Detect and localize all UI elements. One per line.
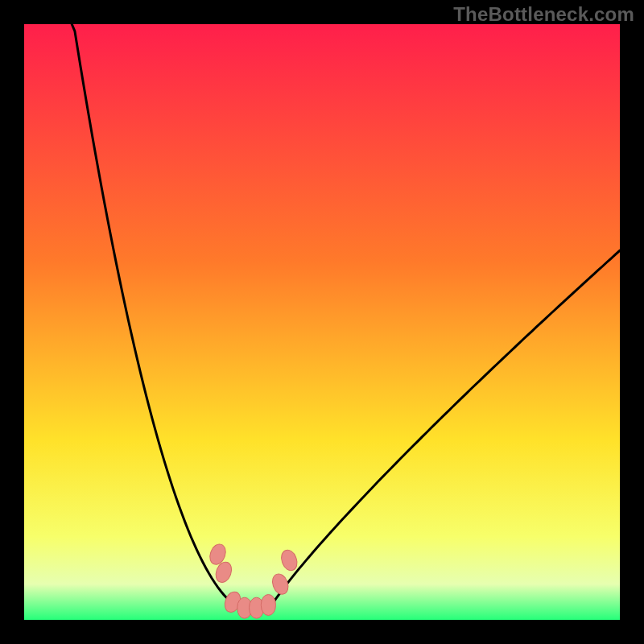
source-credit: TheBottleneck.com (453, 3, 634, 26)
data-marker (261, 595, 275, 616)
plot-area (24, 24, 620, 620)
gradient-background (24, 24, 620, 620)
chart-svg (24, 24, 620, 620)
svg-rect-5 (261, 595, 275, 616)
chart-frame: TheBottleneck.com (0, 0, 644, 644)
